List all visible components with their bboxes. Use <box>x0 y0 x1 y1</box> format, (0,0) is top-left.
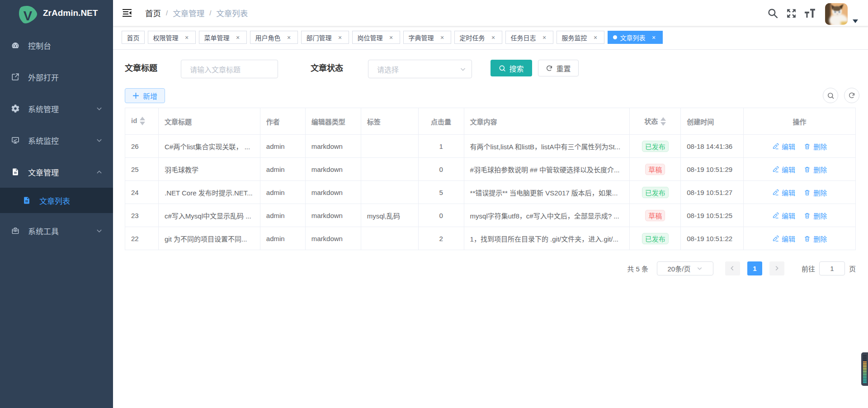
svg-text:V: V <box>24 9 33 23</box>
